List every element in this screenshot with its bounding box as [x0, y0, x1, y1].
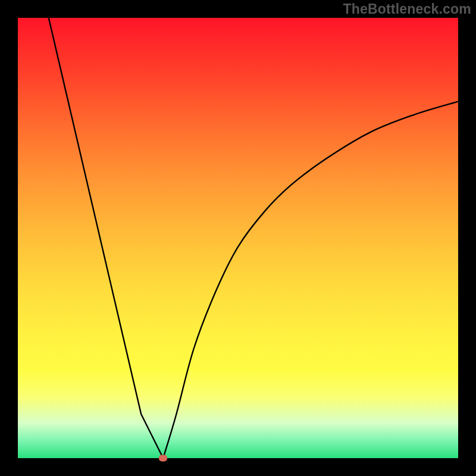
- curve-path: [49, 18, 458, 458]
- watermark-text: TheBottleneck.com: [343, 1, 471, 17]
- curve-svg: [18, 18, 458, 458]
- plot-area: [18, 18, 458, 458]
- optimum-marker: [159, 455, 167, 462]
- chart-frame: TheBottleneck.com: [0, 0, 476, 476]
